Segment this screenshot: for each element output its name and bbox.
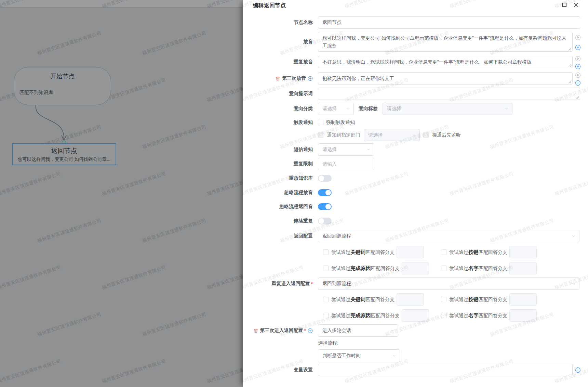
chevron-down-icon bbox=[572, 282, 576, 286]
third-play-preview-icon[interactable] bbox=[575, 72, 581, 78]
branch-option-text: 尝试通过完成原因匹配回答分支 bbox=[331, 312, 400, 319]
branch-value-input[interactable] bbox=[397, 246, 424, 258]
sms-notify-select[interactable]: 请选择 bbox=[318, 143, 374, 156]
third-return-config-label: 第三次进入返回配置 bbox=[260, 327, 303, 334]
ignore-flow-play-toggle[interactable] bbox=[318, 189, 332, 196]
branch-option-名字: 尝试通过名字匹配回答分支 bbox=[441, 262, 537, 274]
return-config-select[interactable]: 返回到源流程 bbox=[318, 230, 579, 242]
return-config-branch-options: 尝试通过关键词匹配回答分支尝试通过按键匹配回答分支尝试通过完成原因匹配回答分支尝… bbox=[243, 246, 588, 278]
branch-option-完成原因: 尝试通过完成原因匹配回答分支 bbox=[323, 262, 429, 274]
repeat-play-label: 重复放音 bbox=[243, 59, 318, 65]
branch-checkbox[interactable] bbox=[323, 297, 329, 302]
branch-option-text: 尝试通过按键匹配回答分支 bbox=[449, 296, 507, 303]
force-trigger-option-label: 强制触发通知 bbox=[326, 119, 355, 126]
required-asterisk: * bbox=[311, 281, 313, 286]
delete-third-return-icon[interactable] bbox=[253, 328, 258, 333]
branch-value-input[interactable] bbox=[402, 309, 429, 322]
flow-canvas[interactable]: 福州晋安区顶顶通软件有限公司福州晋安区顶顶通软件有限公司福州晋安区顶顶通软件有限… bbox=[0, 0, 243, 387]
edit-form: 节点名称 放音 您可以这样问我，变更公司 如何找到公司章程示范模版，企业信息变更… bbox=[243, 0, 588, 387]
replay-kb-label: 重放知识库 bbox=[243, 175, 318, 181]
select-flow-label: 选择流程: bbox=[318, 340, 338, 346]
ignore-flow-return-label: 忽略流程返回音 bbox=[243, 204, 318, 210]
chevron-down-icon bbox=[366, 147, 371, 152]
branch-value-input[interactable] bbox=[509, 309, 537, 322]
var-setting-input[interactable] bbox=[318, 364, 573, 376]
third-play-textarea[interactable]: 抱歉无法帮到你，正在帮你转人工 bbox=[318, 72, 573, 85]
branch-option-关键词: 尝试通过关键词匹配回答分支 bbox=[323, 246, 424, 258]
delete-third-play-icon[interactable] bbox=[275, 76, 280, 81]
return-config-label: 返回配置 bbox=[243, 233, 318, 239]
branch-value-input[interactable] bbox=[509, 246, 537, 258]
chevron-down-icon bbox=[390, 328, 395, 333]
trigger-notify-label: 触发通知 bbox=[243, 119, 318, 126]
branch-option-关键词: 尝试通过关键词匹配回答分支 bbox=[323, 293, 424, 306]
branch-checkbox[interactable] bbox=[323, 249, 329, 255]
return-node-title: 返回节点 bbox=[13, 146, 116, 155]
repeat-return-branch-options: 尝试通过关键词匹配回答分支尝试通过按键匹配回答分支尝试通过完成原因匹配回答分支尝… bbox=[243, 293, 588, 325]
branch-checkbox[interactable] bbox=[323, 313, 329, 318]
branch-option-完成原因: 尝试通过完成原因匹配回答分支 bbox=[323, 309, 429, 322]
repeat-limit-label: 重复限制 bbox=[243, 161, 318, 167]
start-node[interactable]: 开始节点 匹配不到知识库 bbox=[14, 67, 111, 105]
play-audio-textarea[interactable]: 您可以这样问我，变更公司 如何找到公司章程示范模版，企业信息变更"一件事"流程是… bbox=[318, 32, 573, 52]
repeat-play-add-icon[interactable] bbox=[575, 64, 581, 69]
return-node-preview: 您可以这样问我，变更公司 如何找到公司章... bbox=[13, 156, 116, 163]
intent-class-select[interactable]: 请选择 bbox=[318, 103, 354, 115]
repeat-play-textarea[interactable]: 不好意思，我没明白，您试试这样问我，企业信息变更"一件事"流程是什么、如何下载公… bbox=[318, 56, 573, 68]
replay-kb-toggle[interactable] bbox=[318, 175, 332, 182]
notify-dept-checkbox[interactable] bbox=[318, 132, 323, 138]
node-name-input[interactable] bbox=[318, 16, 580, 29]
intent-prompt-textarea[interactable] bbox=[318, 88, 580, 100]
edit-return-node-dialog: 编辑返回节点 节点名称 放音 您可以这样问我，变更公司 如何找到公司章程示范模版… bbox=[243, 0, 588, 387]
intent-class-label: 意向分类 bbox=[243, 106, 318, 112]
branch-option-text: 尝试通过关键词匹配回答分支 bbox=[331, 296, 395, 303]
repeat-return-config-label: 重复进入返回配置 bbox=[272, 281, 310, 287]
branch-checkbox[interactable] bbox=[441, 266, 446, 271]
branch-option-text: 尝试通过名字匹配回答分支 bbox=[449, 265, 507, 272]
chevron-down-icon bbox=[572, 234, 576, 238]
chevron-down-icon bbox=[392, 354, 396, 358]
listen-first-option-label: 接通后先监听 bbox=[432, 132, 461, 138]
branch-option-text: 尝试通过名字匹配回答分支 bbox=[449, 312, 507, 319]
branch-checkbox[interactable] bbox=[441, 249, 446, 255]
add-third-play-icon[interactable] bbox=[308, 76, 313, 81]
branch-checkbox[interactable] bbox=[441, 313, 446, 318]
add-variable-icon[interactable] bbox=[575, 367, 581, 373]
flow-select[interactable]: 判断是否工作时间 bbox=[318, 349, 400, 362]
var-setting-label: 变量设置 bbox=[243, 367, 318, 373]
add-third-return-icon[interactable] bbox=[308, 328, 313, 333]
force-trigger-checkbox[interactable] bbox=[318, 120, 323, 125]
chevron-down-icon bbox=[505, 107, 509, 111]
notify-dept-option-label: 通知到指定部门 bbox=[327, 132, 360, 138]
play-audio-add-icon[interactable] bbox=[575, 44, 581, 50]
continuous-repeat-toggle[interactable] bbox=[318, 218, 332, 224]
sms-notify-label: 短信通知 bbox=[243, 146, 318, 153]
chevron-down-icon bbox=[346, 107, 350, 111]
repeat-limit-input[interactable] bbox=[318, 158, 374, 170]
branch-checkbox[interactable] bbox=[441, 297, 446, 302]
repeat-play-preview-icon[interactable] bbox=[575, 56, 581, 62]
branch-value-input[interactable] bbox=[509, 262, 537, 274]
intent-tag-select[interactable]: 请选择 bbox=[383, 103, 512, 115]
ignore-flow-return-toggle[interactable] bbox=[318, 203, 332, 210]
start-node-port-label: 匹配不到知识库 bbox=[19, 90, 53, 96]
branch-checkbox[interactable] bbox=[323, 266, 329, 271]
ignore-flow-play-label: 忽略流程放音 bbox=[243, 190, 318, 196]
branch-value-input[interactable] bbox=[397, 293, 424, 306]
play-audio-preview-icon[interactable] bbox=[575, 35, 581, 40]
node-name-label: 节点名称 bbox=[243, 20, 318, 26]
branch-option-按键: 尝试通过按键匹配回答分支 bbox=[441, 246, 537, 258]
repeat-return-config-select[interactable]: 返回到源流程 bbox=[318, 278, 579, 290]
intent-prompt-label: 意向提示词 bbox=[243, 91, 318, 97]
flow-edge bbox=[0, 0, 243, 387]
notify-dept-select[interactable]: 请选择 bbox=[364, 129, 420, 141]
branch-value-input[interactable] bbox=[402, 262, 429, 274]
branch-value-input[interactable] bbox=[509, 293, 537, 306]
third-return-config-select[interactable]: 进入多轮会话 bbox=[318, 324, 398, 337]
branch-option-text: 尝试通过完成原因匹配回答分支 bbox=[331, 265, 400, 272]
listen-first-checkbox[interactable] bbox=[423, 132, 429, 138]
branch-option-名字: 尝试通过名字匹配回答分支 bbox=[441, 309, 537, 322]
third-play-add2-icon[interactable] bbox=[575, 80, 581, 86]
third-play-label: 第三次放音 bbox=[282, 75, 306, 81]
return-node[interactable]: 返回节点 您可以这样问我，变更公司 如何找到公司章... bbox=[12, 143, 116, 165]
